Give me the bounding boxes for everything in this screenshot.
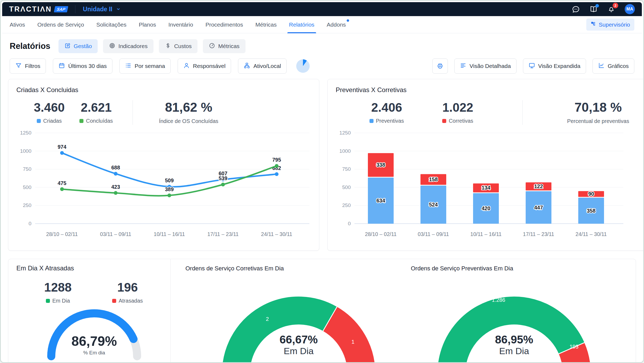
stat-conclu-das: 2.621 Concluídas	[73, 101, 120, 124]
lines-icon	[460, 62, 466, 70]
svg-text:10/11 – 16/11: 10/11 – 16/11	[470, 231, 502, 237]
svg-text:Em Dia: Em Dia	[499, 346, 529, 356]
legend-swatch	[37, 119, 41, 123]
stat-preventivas: 2.406 Preventivas	[363, 101, 411, 124]
brand-text: TRΛCTIΛN	[9, 5, 52, 13]
report-tab-m-tricas[interactable]: Métricas	[203, 39, 245, 53]
chart-title: Criadas X Concluidas	[16, 86, 314, 94]
filter-label: Por semana	[135, 63, 165, 69]
svg-text:475: 475	[58, 180, 67, 186]
svg-text:423: 423	[111, 184, 120, 190]
report-tab-label: Custos	[174, 43, 192, 49]
stacked-bar-chart: 02505007501000125028/10 – 02/1103/11 – 0…	[333, 129, 644, 240]
card-preventivas-corretivas: Preventivas X Corretivas 2.406 Preventiv…	[327, 79, 644, 251]
page-title: Relatórios	[10, 41, 50, 51]
tab-procedimentos[interactable]: Procedimentos	[206, 16, 243, 33]
svg-text:0: 0	[348, 221, 351, 226]
supervisorio-button[interactable]: Supervisório	[586, 19, 634, 31]
pct-value: 70,18 %	[540, 101, 644, 114]
svg-text:420: 420	[482, 205, 491, 211]
unit-selector-label: Unidade II	[83, 6, 112, 13]
page-header: Relatórios GestãoIndicadoresCustosMétric…	[2, 33, 642, 56]
view-label: Visão Expandida	[538, 63, 580, 69]
view-vis-o-detalhada[interactable]: Visão Detalhada	[454, 59, 517, 74]
chart-stats: 2.406 Preventivas1.022 Corretivas70,18 %…	[333, 100, 644, 125]
stat-value: 3.460	[26, 101, 73, 114]
chart-title: Preventivas X Corretivas	[336, 86, 644, 94]
svg-text:1.286: 1.286	[492, 297, 505, 303]
view-vis-o-expandida[interactable]: Visão Expandida	[523, 59, 586, 74]
svg-text:0: 0	[28, 221, 31, 226]
sitemap-icon	[591, 21, 596, 28]
target-icon	[109, 42, 115, 50]
stat-label: Preventivas	[376, 118, 404, 124]
svg-text:122: 122	[534, 183, 543, 189]
svg-text:358: 358	[587, 208, 596, 214]
filter-respons-vel[interactable]: Responsável	[178, 59, 231, 74]
filter-label: Últimos 30 dias	[68, 63, 107, 69]
view-toolbar: Visão DetalhadaVisão ExpandidaGráficos	[432, 59, 634, 74]
list-icon	[125, 62, 131, 70]
gauge-section: Em Dia X Atrasadas 1288 Em Dia196 Atrasa…	[8, 259, 171, 363]
svg-text:66,67%: 66,67%	[280, 333, 318, 346]
svg-text:974: 974	[58, 144, 67, 150]
svg-text:158: 158	[429, 176, 438, 182]
tab-ordens-de-servi-o[interactable]: Ordens de Serviço	[37, 16, 84, 33]
user-icon	[183, 62, 190, 70]
legend-swatch	[79, 119, 83, 123]
filter-filtros[interactable]: Filtros	[10, 59, 46, 74]
stat-criadas: 3.460 Criadas	[26, 101, 73, 124]
report-tab-label: Métricas	[218, 43, 239, 49]
filter-por-semana[interactable]: Por semana	[119, 59, 171, 74]
svg-text:524: 524	[429, 202, 438, 208]
pct-value: 81,62 %	[146, 101, 232, 114]
svg-text:539: 539	[219, 175, 228, 181]
print-button[interactable]	[432, 59, 448, 74]
tab-m-tricas[interactable]: Métricas	[255, 16, 277, 33]
calendar-icon	[58, 62, 65, 70]
main-tabs: AtivosOrdens de ServiçoSolicitaçõesPlano…	[2, 16, 642, 33]
svg-text:509: 509	[165, 177, 174, 183]
svg-text:1250: 1250	[20, 130, 31, 136]
svg-text:03/11 – 09/11: 03/11 – 09/11	[100, 231, 131, 237]
filter-label: Responsável	[193, 63, 225, 69]
view-gr-ficos[interactable]: Gráficos	[592, 59, 634, 74]
navbar-actions: 2 MA	[572, 4, 635, 14]
docs-notification-dot	[595, 4, 599, 8]
svg-text:1000: 1000	[339, 148, 351, 154]
supervisorio-label: Supervisório	[599, 21, 630, 28]
docs-book-icon[interactable]	[589, 5, 598, 13]
tab-invent-rio[interactable]: Inventário	[168, 16, 193, 33]
report-tab-gest-o[interactable]: Gestão	[58, 39, 98, 53]
tab-addons[interactable]: Addons	[327, 16, 346, 33]
chart-title: Em Dia X Atrasadas	[8, 264, 170, 272]
bell-icon[interactable]: 2	[607, 5, 616, 13]
usage-pie-indicator[interactable]	[296, 59, 310, 73]
dollar-icon	[165, 42, 171, 50]
svg-text:688: 688	[111, 165, 120, 170]
gauge-icon	[209, 42, 215, 50]
tab-planos[interactable]: Planos	[139, 16, 156, 33]
legend-swatch	[369, 119, 374, 123]
stat-label: Criadas	[43, 118, 62, 124]
svg-text:193: 193	[569, 344, 578, 350]
svg-text:17/11 – 23/11: 17/11 – 23/11	[207, 231, 239, 237]
tab-solicita-es[interactable]: Solicitações	[96, 16, 126, 33]
report-tab-indicadores[interactable]: Indicadores	[103, 39, 153, 53]
svg-text:10/11 – 16/11: 10/11 – 16/11	[154, 231, 185, 237]
stat-value: 196	[93, 281, 163, 293]
tab-relat-rios[interactable]: Relatórios	[289, 16, 314, 33]
filter-toolbar: FiltrosÚltimos 30 diasPor semanaResponsá…	[2, 56, 642, 79]
chart-title: Ordens de Serviço Corretivas Em Dia	[171, 264, 396, 272]
filter--ltimos-30-dias[interactable]: Últimos 30 dias	[53, 59, 112, 74]
filter-label: Filtros	[25, 63, 40, 69]
stat-percentage: 81,62 % Índice de OS Concluídas	[146, 101, 232, 124]
report-tab-custos[interactable]: Custos	[159, 39, 197, 53]
stats-divider	[522, 100, 523, 125]
unit-selector[interactable]: Unidade II	[83, 6, 120, 13]
avatar[interactable]: MA	[625, 4, 635, 14]
tab-ativos[interactable]: Ativos	[10, 16, 25, 33]
chat-icon[interactable]	[572, 5, 580, 13]
filter-ativo-local[interactable]: Ativo/Local	[238, 59, 287, 74]
svg-text:134: 134	[482, 185, 491, 191]
